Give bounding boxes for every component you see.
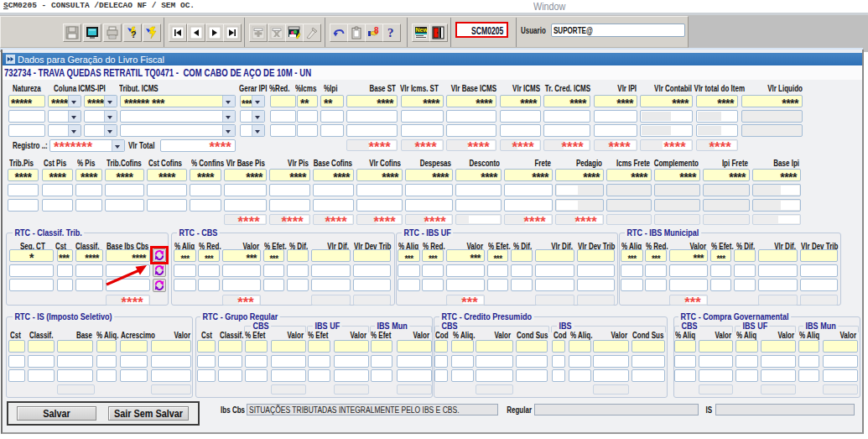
svg-text:?: ?: [387, 26, 394, 39]
svg-text:8: 8: [374, 26, 379, 35]
svg-text:News: News: [416, 27, 429, 33]
svg-text:?: ?: [131, 29, 137, 39]
